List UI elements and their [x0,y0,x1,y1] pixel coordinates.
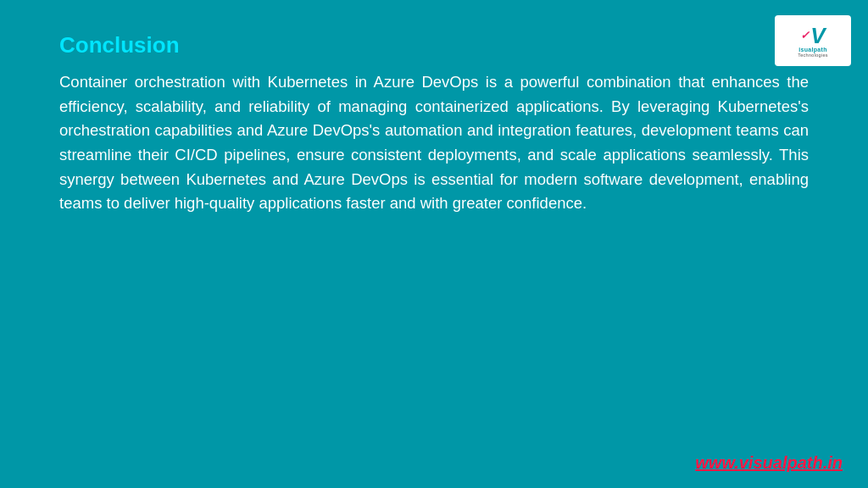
conclusion-body: Container orchestration with Kubernetes … [59,70,809,463]
logo-inner: ✓ V isualpath Technologies [798,25,828,58]
website-link[interactable]: www.visualpath.in [695,453,843,473]
logo-tagline: Technologies [798,53,828,58]
logo-checkmark-icon: ✓ [800,29,810,42]
logo-v-letter: V [810,25,825,47]
logo-area: ✓ V isualpath Technologies [775,15,851,66]
conclusion-title: Conclusion [59,32,809,58]
slide-container: ✓ V isualpath Technologies Conclusion Co… [0,0,868,488]
